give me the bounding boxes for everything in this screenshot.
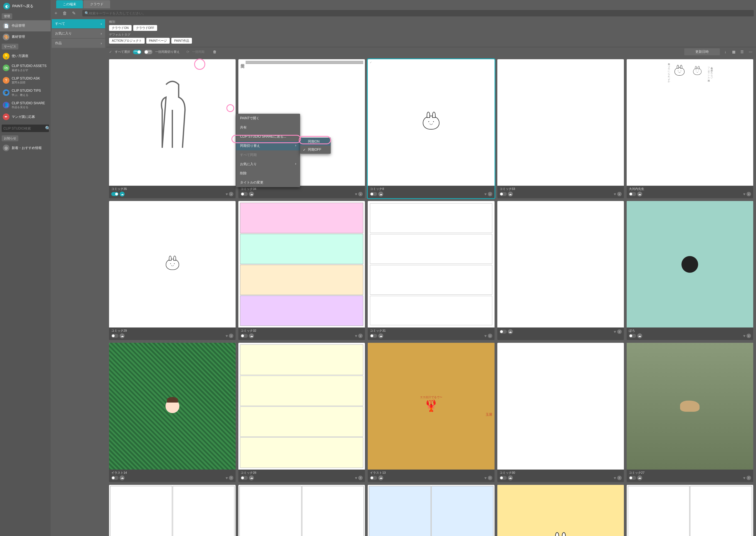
- check-icon[interactable]: [498, 202, 503, 207]
- back-to-paint[interactable]: ◐ PAINTへ戻る: [0, 0, 51, 12]
- thumbnail[interactable]: [497, 343, 624, 469]
- check-icon[interactable]: [627, 486, 632, 490]
- work-card[interactable]: コミック29☁♥›: [109, 201, 236, 340]
- sidebar-item-news[interactable]: ◎新着・おすすめ情報: [0, 142, 51, 153]
- cloud-icon[interactable]: ☁: [378, 191, 383, 197]
- detail-arrow-icon[interactable]: ›: [746, 334, 751, 338]
- work-card[interactable]: [109, 485, 236, 536]
- thumbnail[interactable]: [368, 485, 494, 536]
- heart-icon[interactable]: ♥: [225, 334, 228, 338]
- cloud-icon[interactable]: ☁: [378, 333, 383, 338]
- sort-direction-icon[interactable]: ↓: [723, 49, 728, 55]
- thumbnail[interactable]: [238, 201, 365, 327]
- cat-favorite[interactable]: お気に入り›: [52, 29, 105, 38]
- thumbnail[interactable]: [497, 201, 624, 327]
- sync-toggle[interactable]: [111, 334, 119, 338]
- work-card[interactable]: かねぽろ: [497, 485, 624, 536]
- heart-icon[interactable]: ♥: [484, 192, 487, 196]
- detail-arrow-icon[interactable]: ›: [488, 334, 492, 338]
- check-icon[interactable]: [627, 343, 632, 348]
- heart-icon[interactable]: ♥: [614, 329, 616, 334]
- toggle-off[interactable]: OFF: [144, 50, 153, 54]
- cloud-icon[interactable]: ☁: [120, 191, 124, 197]
- ctx-rename[interactable]: タイトルの変更: [236, 178, 300, 187]
- cloud-icon[interactable]: ☁: [508, 475, 513, 481]
- thumbnail[interactable]: [627, 343, 753, 469]
- grid-view-icon[interactable]: ▦: [731, 49, 737, 55]
- thumbnail[interactable]: [368, 201, 494, 327]
- trash-icon[interactable]: 🗑: [62, 10, 68, 17]
- toggle-on[interactable]: ON: [133, 50, 141, 54]
- thumbnail[interactable]: ✓: [368, 59, 494, 186]
- heart-icon[interactable]: ♥: [225, 476, 228, 480]
- sync-toggle[interactable]: [499, 476, 507, 480]
- heart-icon[interactable]: ♥: [614, 476, 616, 480]
- cloud-icon[interactable]: ☁: [120, 333, 124, 338]
- sidebar-search-input[interactable]: [3, 126, 45, 130]
- work-card[interactable]: [368, 485, 494, 536]
- detail-arrow-icon[interactable]: ›: [617, 192, 622, 196]
- detail-arrow-icon[interactable]: ›: [358, 192, 363, 196]
- work-card[interactable]: [627, 485, 753, 536]
- detail-arrow-icon[interactable]: ›: [746, 192, 751, 196]
- detail-arrow-icon[interactable]: ›: [229, 334, 233, 338]
- check-icon[interactable]: [239, 343, 244, 348]
- sidebar-item-assets[interactable]: 🛍CLIP STUDIO ASSETS素材をさがす: [0, 62, 51, 74]
- sync-toggle[interactable]: [241, 334, 248, 338]
- check-icon[interactable]: [498, 60, 503, 65]
- heart-icon[interactable]: ♥: [614, 192, 616, 196]
- thumbnail[interactable]: [238, 343, 365, 469]
- check-icon[interactable]: [627, 60, 632, 65]
- work-card[interactable]: コミック28☁♥›: [238, 343, 365, 482]
- check-icon[interactable]: [368, 202, 373, 207]
- ctx-delete[interactable]: 削除: [236, 169, 300, 178]
- select-all-label[interactable]: すべて選択: [115, 50, 130, 54]
- cat-works[interactable]: 作品›: [52, 39, 105, 48]
- sync-toggle[interactable]: [629, 476, 636, 480]
- bulk-sync-button[interactable]: 一括同期: [192, 50, 204, 54]
- work-card[interactable]: 今日もプロになれずか会社も辞めれないフリーランス漫画大河内先生☁♥›: [627, 59, 753, 198]
- sync-off[interactable]: ✓同期OFF: [300, 146, 331, 154]
- sync-toggle[interactable]: [499, 330, 507, 334]
- trash-icon[interactable]: 🗑: [213, 50, 216, 54]
- thumbnail[interactable]: [627, 201, 753, 327]
- check-icon[interactable]: [110, 486, 115, 490]
- ctx-favorite[interactable]: お気に入り›: [236, 159, 300, 169]
- heart-icon[interactable]: ♥: [225, 192, 228, 196]
- thumbnail[interactable]: [109, 201, 236, 327]
- check-icon[interactable]: [110, 202, 115, 207]
- chip-cloud-off[interactable]: クラウドOFF: [133, 25, 157, 31]
- heart-icon[interactable]: ♥: [743, 334, 745, 338]
- detail-arrow-icon[interactable]: ›: [358, 476, 363, 480]
- search-bar[interactable]: 🔍: [82, 10, 754, 17]
- sidebar-item-materials[interactable]: 🎨 素材管理: [0, 31, 51, 43]
- thumbnail[interactable]: [497, 59, 624, 186]
- thumbnail[interactable]: 今日もプロになれずか会社も辞めれないフリーランス漫画: [627, 59, 753, 186]
- work-card[interactable]: コミック35☁♥›: [109, 59, 236, 198]
- check-icon[interactable]: [110, 60, 115, 65]
- check-icon[interactable]: [239, 60, 244, 65]
- chip-tag-work[interactable]: PAINT作品: [171, 38, 192, 44]
- chip-tag-action[interactable]: ACTIONプロジェクト: [109, 38, 145, 44]
- thumbnail[interactable]: [109, 59, 236, 186]
- check-icon[interactable]: [110, 343, 115, 348]
- ctx-share[interactable]: 共有: [236, 123, 300, 132]
- more-icon[interactable]: ⋯: [748, 49, 753, 55]
- heart-icon[interactable]: ♥: [743, 192, 745, 196]
- check-icon[interactable]: [498, 343, 503, 348]
- thumbnail[interactable]: [109, 343, 236, 469]
- sync-on[interactable]: 同期ON: [300, 138, 331, 146]
- detail-arrow-icon[interactable]: ›: [617, 329, 622, 334]
- heart-icon[interactable]: ♥: [484, 334, 487, 338]
- sync-toggle[interactable]: [241, 192, 248, 196]
- add-icon[interactable]: ＋: [53, 10, 59, 17]
- thumbnail[interactable]: [109, 485, 236, 536]
- sidebar-search[interactable]: 🔍: [2, 124, 49, 132]
- search-icon[interactable]: 🔍: [45, 126, 51, 131]
- sync-toggle[interactable]: [370, 192, 377, 196]
- detail-arrow-icon[interactable]: ›: [229, 192, 233, 196]
- sync-toggle[interactable]: [629, 192, 636, 196]
- sync-toggle[interactable]: [370, 476, 377, 480]
- thumbnail[interactable]: かねぽろ: [497, 485, 624, 536]
- check-icon[interactable]: [498, 486, 503, 490]
